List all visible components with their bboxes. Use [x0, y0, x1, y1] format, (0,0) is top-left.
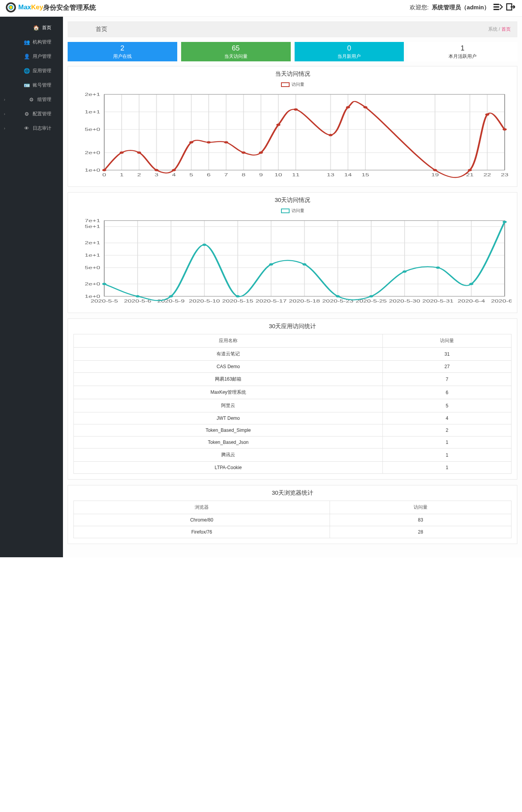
svg-text:2020-6-4: 2020-6-4 [457, 299, 485, 303]
sidebar-item-label: 机构管理 [33, 39, 51, 45]
table-cell: 2 [383, 424, 512, 436]
breadcrumb-sep: / [498, 26, 501, 32]
svg-text:2020-5-6: 2020-5-6 [124, 299, 151, 303]
table-row: CAS Demo27 [74, 361, 512, 373]
table-row: 有道云笔记31 [74, 348, 512, 361]
table-cell: Token_Based_Simple [74, 424, 383, 436]
table-cell: Firefox/76 [74, 526, 330, 538]
sidebar-icon: 🌐 [24, 68, 30, 74]
svg-text:1e+0: 1e+0 [85, 168, 100, 172]
table-row: LTPA-Cookie1 [74, 462, 512, 474]
table-row: 阿里云5 [74, 399, 512, 412]
sidebar-item-4[interactable]: 🪪账号管理 [0, 78, 63, 92]
table-cell: 有道云笔记 [74, 348, 383, 361]
svg-text:1e+1: 1e+1 [85, 253, 100, 257]
table-cell: 4 [383, 412, 512, 424]
stat-card-1: 65当天访问量 [181, 42, 291, 61]
sidebar-item-0[interactable]: 🏠首页 [0, 21, 63, 35]
svg-text:9: 9 [259, 173, 263, 177]
svg-text:0: 0 [102, 173, 106, 177]
svg-text:2: 2 [137, 173, 141, 177]
breadcrumb-current[interactable]: 首页 [501, 26, 511, 32]
svg-point-60 [276, 123, 281, 126]
table-cell: 83 [330, 514, 511, 526]
svg-text:5e+0: 5e+0 [85, 127, 100, 132]
sidebar-item-2[interactable]: 👤用户管理 [0, 49, 63, 64]
svg-point-57 [224, 141, 228, 143]
current-user: 系统管理员（admin） [432, 4, 490, 11]
svg-point-114 [236, 295, 240, 297]
table-cell: 网易163邮箱 [74, 373, 383, 386]
table-row: Token_Based_Json1 [74, 436, 512, 449]
svg-text:7: 7 [224, 173, 228, 177]
legend-swatch-icon [281, 209, 290, 213]
table-header-row: 浏览器访问量 [74, 501, 512, 514]
stat-label: 当月新用户 [295, 53, 404, 60]
app-table-title: 30天应用访问统计 [73, 323, 512, 330]
sidebar-icon: 👤 [24, 54, 30, 59]
svg-text:1: 1 [120, 173, 124, 177]
table-row: 网易163邮箱7 [74, 373, 512, 386]
page-header: 首页 系统 / 首页 [68, 21, 517, 37]
sidebar-item-5[interactable]: ›⚙组管理 [0, 92, 63, 107]
table-cell: 6 [383, 386, 512, 399]
svg-text:23: 23 [501, 173, 509, 177]
chart-card-30day: 30天访问情况 访问量 1e+02e+05e+01e+12e+15e+17e+1… [68, 192, 517, 313]
svg-text:8: 8 [242, 173, 246, 177]
table-cell: CAS Demo [74, 361, 383, 373]
stat-card-0: 2用户在线 [68, 42, 177, 61]
svg-point-121 [469, 283, 473, 285]
svg-text:15: 15 [361, 173, 369, 177]
svg-point-52 [137, 151, 141, 154]
stat-label: 当天访问量 [181, 53, 291, 60]
logo-icon [6, 2, 16, 12]
svg-text:22: 22 [484, 173, 491, 177]
svg-point-62 [328, 134, 333, 136]
chart-card-daily: 当天访问情况 访问量 1e+02e+05e+01e+12e+1012345678… [68, 66, 517, 187]
sidebar-item-label: 组管理 [37, 96, 51, 103]
sidebar-item-3[interactable]: 🌐应用管理 [0, 64, 63, 78]
svg-text:5e+1: 5e+1 [85, 224, 100, 229]
stat-label: 本月活跃用户 [408, 53, 517, 60]
sidebar-icon: 🪪 [24, 82, 30, 88]
chart2-title: 30天访问情况 [73, 196, 512, 204]
svg-text:5e+0: 5e+0 [85, 266, 100, 270]
table-cell: MaxKey管理系统 [74, 386, 383, 399]
breadcrumb: 系统 / 首页 [488, 26, 511, 33]
sidebar-item-label: 账号管理 [33, 82, 51, 89]
table-header: 浏览器 [74, 501, 330, 514]
sidebar-item-label: 日志审计 [33, 125, 51, 132]
table-header: 访问量 [330, 501, 511, 514]
breadcrumb-root[interactable]: 系统 [488, 26, 498, 32]
svg-point-111 [136, 295, 140, 297]
svg-text:10: 10 [274, 173, 282, 177]
svg-point-55 [189, 141, 194, 143]
sidebar-icon: ⚙ [24, 111, 30, 117]
top-header: MaxKey身份安全管理系统 欢迎您: 系统管理员（admin） [0, 0, 522, 17]
sidebar-item-6[interactable]: ›⚙配置管理 [0, 107, 63, 121]
sidebar-item-label: 配置管理 [33, 111, 51, 117]
table-header-row: 应用名称访问量 [74, 334, 512, 348]
sidebar-item-1[interactable]: 👥机构管理 [0, 35, 63, 49]
menu-icon[interactable] [493, 3, 503, 12]
sidebar-item-7[interactable]: ›👁日志审计 [0, 121, 63, 136]
sidebar-icon: 🏠 [33, 25, 39, 31]
chart1-svg: 1e+02e+05e+01e+12e+101234567891011131415… [73, 90, 512, 180]
logout-icon[interactable] [506, 3, 516, 12]
table-row: Chrome/8083 [74, 514, 512, 526]
sidebar-item-label: 应用管理 [33, 68, 51, 74]
svg-point-117 [336, 295, 340, 297]
table-row: Firefox/7628 [74, 526, 512, 538]
svg-point-118 [369, 295, 374, 297]
table-row: 腾讯云1 [74, 449, 512, 462]
svg-point-56 [207, 141, 211, 143]
svg-text:19: 19 [431, 173, 439, 177]
svg-text:5: 5 [189, 173, 193, 177]
stat-card-3: 1本月活跃用户 [408, 42, 517, 61]
sidebar-icon: 👁 [24, 125, 30, 131]
svg-text:4: 4 [172, 173, 176, 177]
table-cell: 1 [383, 436, 512, 449]
chart2-svg: 1e+02e+05e+01e+12e+15e+17e+12020-5-52020… [73, 217, 512, 306]
svg-text:1e+0: 1e+0 [85, 294, 100, 299]
svg-text:2e+0: 2e+0 [85, 151, 100, 155]
